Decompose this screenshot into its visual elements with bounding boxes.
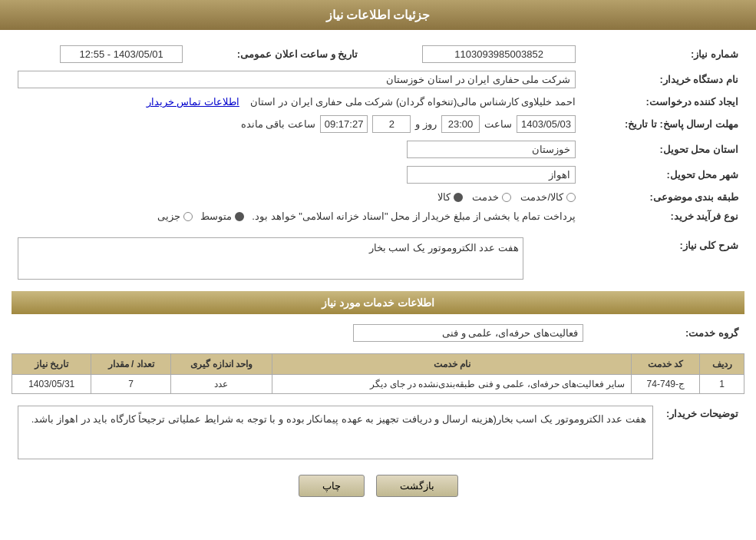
saat-value: 23:00 (441, 115, 480, 133)
col-tarikh: تاریخ نیاز (12, 354, 91, 375)
btn-chap[interactable]: چاپ (299, 475, 365, 497)
tabaqe-bandi-label: طبقه بندی موضوعی: (582, 187, 744, 207)
ettelaat-khadamat-header: اطلاعات خدمات مورد نیاز (12, 291, 744, 314)
cell-nam: سایر فعالیت‌های حرفه‌ای، علمی و فنی طبقه… (272, 375, 632, 394)
radio-kala-khadamat[interactable]: کالا/خدمت (520, 191, 576, 203)
shomara-niaz-label: شماره نیاز: (582, 41, 744, 67)
radio-jozii-label: جزیی (157, 210, 180, 222)
radio-jozii[interactable]: جزیی (157, 210, 193, 222)
shahr-tahvil-label: شهر محل تحویل: (582, 162, 744, 187)
radio-motavaset-circle (235, 212, 244, 221)
saat-label: ساعت (484, 118, 512, 130)
tarikh-aalan-value: 1403/05/01 - 12:55 (60, 45, 183, 63)
shomara-niaz-value: 1103093985003852 (422, 45, 576, 63)
ostan-tahvil-label: استان محل تحویل: (582, 137, 744, 162)
page-title: جزئیات اطلاعات نیاز (326, 8, 431, 22)
radio-khadamat[interactable]: خدمت (472, 191, 511, 203)
col-nam: نام خدمت (272, 354, 632, 375)
cell-vahed: عدد (170, 375, 272, 394)
gorooh-khadamat-label: گروه خدمت: (589, 320, 744, 346)
radio-kala-khadamat-circle (566, 193, 576, 202)
rooz-label: روز و (415, 118, 437, 130)
col-radif: ردیف (700, 354, 744, 375)
shahr-tahvil-value: اهواز (407, 166, 576, 184)
services-table: ردیف کد خدمت نام خدمت واحد اندازه گیری ت… (12, 353, 744, 394)
btn-bazgasht[interactable]: بازگشت (376, 475, 458, 497)
radio-khadamat-circle (502, 193, 511, 202)
ettelaat-tamas-link[interactable]: اطلاعات تماس خریدار (147, 96, 239, 108)
ijad-konande-value: احمد خلیلاوی کارشناس مالی(تنخواه گردان) … (250, 96, 576, 108)
col-kod: کد خدمت (632, 354, 700, 375)
baqi-mande-value: 09:17:27 (320, 115, 368, 133)
col-vahed: واحد اندازه گیری (170, 354, 272, 375)
ostan-tahvil-value: خوزستان (407, 141, 576, 158)
tozih-table: توضیحات خریدار: هفت عدد الکتروموتور یک ا… (12, 402, 744, 463)
cell-tarikh: 1403/05/31 (12, 375, 91, 394)
table-row: 1 ج-749-74 سایر فعالیت‌های حرفه‌ای، علمی… (12, 375, 744, 394)
sherh-kolli-label: شرح کلی نیاز: (530, 234, 744, 283)
gorooh-khadamat-value: فعالیت‌های حرفه‌ای، علمی و فنی (353, 324, 583, 342)
radio-khadamat-label: خدمت (472, 191, 499, 203)
tarikh-aalan-label: تاریخ و ساعت اعلان عمومی: (189, 41, 364, 67)
tozih-kharidar-label: توضیحات خریدار: (659, 402, 744, 463)
radio-kala[interactable]: کالا (437, 191, 463, 203)
sherh-kolli-table: شرح کلی نیاز: هفت عدد الکتروموتور یک اسب… (12, 234, 744, 283)
rooz-value: 2 (372, 115, 411, 133)
baqi-mande-label: ساعت باقی مانده (241, 118, 315, 130)
radio-kala-circle (454, 193, 463, 202)
buttons-row: بازگشت چاپ (12, 475, 744, 497)
cell-kod: ج-749-74 (632, 375, 700, 394)
col-tedad: تعداد / مقدار (91, 354, 170, 375)
tozih-kharidar-value: هفت عدد الکتروموتور یک اسب بخار(هزینه ار… (18, 406, 653, 459)
main-info-table: شماره نیاز: 1103093985003852 تاریخ و ساع… (12, 41, 744, 226)
cell-tedad: 7 (91, 375, 170, 394)
nam-dastgah-value: شرکت ملی حفاری ایران در استان خوزستان (18, 71, 576, 88)
nooe-description: پرداخت تمام یا بخشی از مبلغ خریدار از مح… (252, 210, 576, 222)
radio-motavaset[interactable]: متوسط (200, 210, 244, 222)
date-value: 1403/05/03 (517, 115, 576, 133)
nooe-farayand-label: نوع فرآیند خرید: (582, 207, 744, 226)
radio-kala-khadamat-label: کالا/خدمت (520, 191, 563, 203)
nam-dastgah-label: نام دستگاه خریدار: (582, 67, 744, 92)
cell-radif: 1 (700, 375, 744, 394)
ijad-konande-label: ایجاد کننده درخواست: (582, 92, 744, 111)
mohlat-ersal-label: مهلت ارسال پاسخ: تا تاریخ: (582, 111, 744, 137)
gorooh-khadamat-table: گروه خدمت: فعالیت‌های حرفه‌ای، علمی و فن… (12, 320, 744, 346)
page-header: جزئیات اطلاعات نیاز (0, 0, 756, 30)
sherh-kolli-value: هفت عدد الکتروموتور یک اسب بخار (18, 237, 523, 280)
radio-jozii-circle (183, 212, 193, 221)
radio-kala-label: کالا (437, 191, 451, 203)
radio-motavaset-label: متوسط (200, 210, 232, 222)
